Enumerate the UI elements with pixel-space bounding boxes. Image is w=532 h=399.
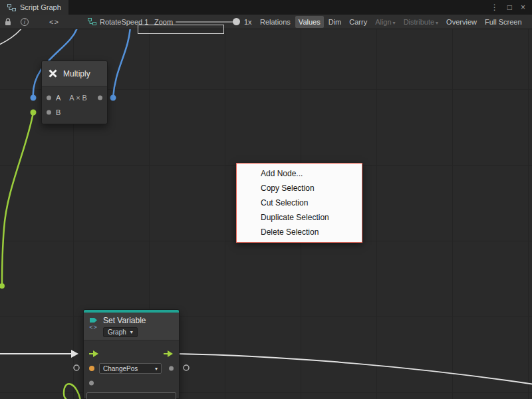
chevron-down-icon: ▾ (436, 20, 438, 26)
toolbar-button-values[interactable]: Values (295, 16, 324, 28)
port-ring-left[interactable] (74, 365, 79, 370)
value-port-row (84, 376, 179, 390)
port-dot-green-edge[interactable] (0, 283, 5, 289)
toolbar-button-carry[interactable]: Carry (346, 16, 370, 28)
zoom-value: 1x (244, 15, 252, 29)
port-a-label: A (56, 94, 61, 102)
flow-output-arrow-icon[interactable] (164, 350, 174, 357)
flow-in-arrowhead (71, 350, 78, 358)
port-dot-green-b-input[interactable] (31, 110, 37, 116)
port-dot-blue-output[interactable] (110, 95, 116, 101)
variable-port-row: ChangePos ▾ (84, 361, 179, 376)
scope-dropdown[interactable]: Graph ▾ (103, 327, 138, 337)
graph-canvas[interactable]: Multiply A A × B B (0, 29, 532, 399)
toolbar-buttons: Relations Values Dim Carry Align▾ Distri… (257, 15, 525, 29)
graph-toolbar: i <> RotateSpeed 1 Zoom 1x Relations Val… (0, 15, 532, 29)
wire-blue-output[interactable] (113, 29, 130, 98)
code-icon[interactable]: <> (49, 15, 59, 29)
menu-item-cut-selection[interactable]: Cut Selection (237, 196, 362, 210)
lock-icon[interactable] (5, 15, 11, 29)
wire-green-long[interactable] (2, 112, 33, 286)
empty-field-outline[interactable] (138, 25, 224, 34)
maximize-icon[interactable]: □ (507, 3, 512, 11)
chevron-down-icon: ▾ (393, 20, 396, 26)
variable-output-port[interactable] (169, 366, 174, 371)
node-set-variable-header[interactable]: <> Set Variable Graph ▾ (84, 313, 179, 340)
unity-graph-window: Script Graph ⋮ □ × i <> RotateS (0, 0, 532, 399)
window-menu-icon[interactable]: ⋮ (491, 3, 499, 11)
port-dot-blue-a-input[interactable] (31, 95, 37, 101)
input-port-a[interactable] (47, 96, 51, 100)
multiply-icon (48, 68, 58, 78)
value-input-field[interactable] (86, 392, 176, 399)
variable-name-input-port[interactable] (89, 366, 94, 371)
node-multiply[interactable]: Multiply A A × B B (41, 61, 108, 124)
variable-dropdown[interactable]: ChangePos ▾ (99, 363, 162, 374)
wire-green-hook[interactable] (64, 384, 80, 399)
flow-input-arrow-icon[interactable] (89, 350, 99, 357)
menu-item-delete-selection[interactable]: Delete Selection (237, 225, 362, 239)
value-input-port[interactable] (89, 381, 94, 386)
tab-bar: Script Graph ⋮ □ × (0, 0, 532, 15)
window-controls: ⋮ □ × (491, 0, 532, 15)
tab-script-graph[interactable]: Script Graph (0, 0, 68, 15)
set-variable-icon: <> (89, 316, 98, 336)
info-icon[interactable]: i (21, 15, 29, 29)
toolbar-button-dim[interactable]: Dim (325, 16, 345, 28)
context-menu: Add Node... Copy Selection Cut Selection… (236, 163, 362, 243)
menu-item-copy-selection[interactable]: Copy Selection (237, 181, 362, 196)
close-icon[interactable]: × (521, 3, 525, 11)
wire-white-flow-out[interactable] (177, 354, 532, 384)
tab-title: Script Graph (20, 3, 61, 11)
zoom-slider-knob[interactable] (233, 18, 240, 25)
port-ring-right[interactable] (184, 365, 189, 370)
script-graph-icon (7, 4, 16, 11)
chevron-down-icon: ▾ (155, 366, 158, 372)
port-row-a: A A × B (42, 90, 107, 105)
toolbar-button-full-screen[interactable]: Full Screen (481, 16, 525, 28)
input-port-b[interactable] (47, 110, 51, 115)
breadcrumb-graph-icon (88, 18, 96, 25)
node-multiply-body: A A × B B (42, 86, 107, 124)
toolbar-button-relations[interactable]: Relations (257, 16, 294, 28)
port-a-value: A × B (69, 94, 87, 102)
flow-port-row (84, 346, 179, 361)
port-row-b: B (42, 105, 107, 120)
menu-item-duplicate-selection[interactable]: Duplicate Selection (237, 210, 362, 225)
toolbar-button-distribute[interactable]: Distribute▾ (400, 16, 442, 28)
zoom-slider-track[interactable] (176, 21, 237, 23)
menu-item-add-node[interactable]: Add Node... (237, 166, 362, 181)
node-multiply-header[interactable]: Multiply (42, 61, 107, 86)
chevron-down-icon: ▾ (130, 329, 133, 335)
node-set-variable[interactable]: <> Set Variable Graph ▾ (83, 309, 180, 399)
output-port[interactable] (98, 96, 102, 100)
port-b-label: B (56, 108, 61, 116)
toolbar-button-overview[interactable]: Overview (443, 16, 480, 28)
toolbar-button-align[interactable]: Align▾ (372, 16, 398, 28)
node-title: Set Variable (103, 316, 146, 325)
wire-white-corner[interactable] (0, 29, 23, 45)
node-title: Multiply (63, 69, 90, 78)
